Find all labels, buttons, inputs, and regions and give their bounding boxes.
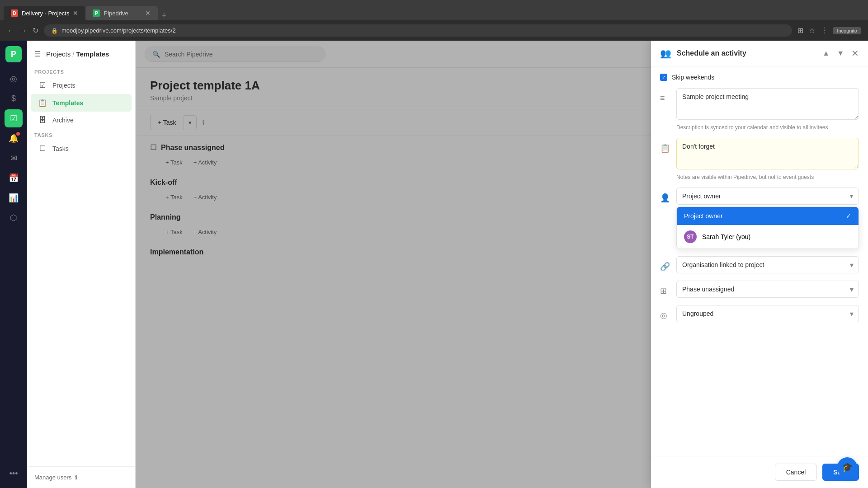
nav-integrations[interactable]: ⬡ [5, 209, 23, 227]
skip-weekends-checkbox[interactable]: ✓ [660, 74, 667, 81]
phase-chevron-icon: ▾ [850, 286, 853, 293]
owner-select[interactable]: Project owner ▾ [676, 188, 859, 205]
breadcrumb-root[interactable]: Projects [46, 50, 71, 58]
nav-more[interactable]: ••• [5, 465, 23, 483]
nav-messages[interactable]: ✉ [5, 149, 23, 167]
sidebar-item-templates[interactable]: 📋 Templates [31, 94, 132, 112]
panel-collapse-up[interactable]: ▲ [822, 49, 830, 57]
owner-dropdown-menu: Project owner ✓ ST Sarah Tyler (you) [676, 206, 859, 249]
description-field-content: Sample project meeting Description is sy… [676, 88, 859, 131]
group-select[interactable]: Ungrouped ▾ [676, 305, 859, 322]
sidebar-item-projects[interactable]: ☑ Projects [31, 76, 132, 94]
phase-select-label: Phase unassigned [682, 286, 734, 293]
owner-field-content: Project owner ▾ Project owner ✓ ST Sar [676, 188, 859, 249]
app-logo[interactable]: P [5, 46, 22, 62]
sidebar-item-tasks-label: Tasks [52, 145, 69, 152]
side-panel: 👥 Schedule an activity ▲ ▼ ✕ ✓ Skip week… [651, 41, 868, 488]
manage-users-label: Manage users [34, 474, 71, 481]
sidebar-footer: Manage users ℹ [27, 466, 135, 488]
main-content: 🔍 + ↗ ? 🔔 7 JT Project template 1A Sampl… [136, 41, 868, 488]
tab-label-pipedrive: Pipedrive [104, 10, 128, 17]
group-field-group: ◎ Ungrouped ▾ [660, 305, 859, 322]
panel-title: Schedule an activity [677, 49, 817, 57]
tab-delivery-projects[interactable]: D Delivery - Projects ✕ [4, 6, 85, 20]
breadcrumb-separator: / [72, 50, 74, 58]
org-select[interactable]: Organisation linked to project ▾ [676, 256, 859, 273]
archive-icon: 🗄 [38, 116, 47, 124]
incognito-badge: Incognito [833, 27, 861, 34]
dropdown-check-icon: ✓ [846, 212, 851, 220]
panel-collapse-down[interactable]: ▼ [837, 49, 844, 57]
org-field-content: Organisation linked to project ▾ [676, 256, 859, 273]
sidebar-item-tasks[interactable]: ☐ Tasks [31, 140, 132, 157]
tab-pipedrive[interactable]: P Pipedrive ✕ [85, 6, 158, 20]
cancel-button[interactable]: Cancel [775, 464, 817, 481]
nav-reports[interactable]: 📊 [5, 189, 23, 207]
refresh-button[interactable]: ↻ [33, 26, 38, 35]
nav-deals[interactable]: $ [5, 89, 23, 108]
phase-field-content: Phase unassigned ▾ [676, 281, 859, 298]
panel-header: 👥 Schedule an activity ▲ ▼ ✕ [651, 41, 868, 66]
skip-weekends-label: Skip weekends [672, 74, 714, 81]
manage-users-info-icon: ℹ [75, 474, 77, 481]
url-text: moodjoy.pipedrive.com/projects/templates… [61, 27, 176, 34]
nav-notifications[interactable]: 🔔 7 [5, 129, 23, 147]
settings-icon[interactable]: ⋮ [821, 26, 828, 35]
templates-icon: 📋 [38, 99, 47, 107]
phase-field-group: ⊞ Phase unassigned ▾ [660, 281, 859, 298]
section-projects-label: PROJECTS [27, 66, 135, 76]
notes-field-group: 📋 Don't forget Notes are visible within … [660, 138, 859, 180]
sidebar-item-projects-label: Projects [52, 82, 75, 89]
url-bar[interactable]: 🔒 moodjoy.pipedrive.com/projects/templat… [44, 24, 792, 37]
tab-favicon-pipedrive: P [93, 9, 100, 17]
group-select-label: Ungrouped [682, 310, 713, 317]
panel-close-button[interactable]: ✕ [851, 48, 859, 59]
org-field-group: 🔗 Organisation linked to project ▾ [660, 256, 859, 273]
dropdown-item-sarah-label: Sarah Tyler (you) [702, 233, 750, 240]
notes-textarea[interactable]: Don't forget [676, 138, 859, 169]
tab-favicon-delivery: D [11, 9, 18, 17]
extensions-icon[interactable]: ⊞ [797, 26, 803, 35]
breadcrumb: Projects / Templates [46, 50, 109, 58]
nav-projects[interactable]: ☑ [5, 109, 23, 127]
phase-select-icon: ⊞ [660, 286, 671, 296]
notification-badge: 7 [16, 132, 20, 136]
notes-field-content: Don't forget Notes are visible within Pi… [676, 138, 859, 180]
owner-field-group: 👤 Project owner ▾ Project owner ✓ [660, 188, 859, 249]
tab-close-delivery[interactable]: ✕ [73, 9, 78, 17]
group-field-content: Ungrouped ▾ [676, 305, 859, 322]
description-field-group: ≡ Sample project meeting Description is … [660, 88, 859, 131]
sidebar: ☰ Projects / Templates PROJECTS ☑ Projec… [27, 41, 136, 488]
tab-label-delivery: Delivery - Projects [22, 10, 69, 17]
description-hint: Description is synced to your calendar a… [676, 124, 859, 131]
group-icon: ◎ [660, 310, 671, 320]
description-icon: ≡ [660, 94, 671, 103]
notes-icon: 📋 [660, 143, 671, 153]
left-nav: P ◎ $ ☑ 🔔 7 ✉ 📅 📊 ⬡ ••• [0, 41, 27, 488]
owner-select-label: Project owner [682, 192, 721, 200]
description-textarea[interactable]: Sample project meeting [676, 88, 859, 120]
group-chevron-icon: ▾ [850, 310, 853, 317]
dropdown-item-project-owner[interactable]: Project owner ✓ [677, 207, 859, 225]
phase-select[interactable]: Phase unassigned ▾ [676, 281, 859, 298]
lock-icon: 🔒 [51, 28, 58, 34]
sidebar-item-archive-label: Archive [52, 117, 74, 124]
org-chevron-icon: ▾ [850, 261, 853, 268]
browser-toolbar: ⊞ ☆ ⋮ Incognito [797, 26, 861, 35]
sidebar-item-archive[interactable]: 🗄 Archive [31, 112, 132, 129]
bookmark-icon[interactable]: ☆ [809, 26, 815, 35]
help-fab-button[interactable]: 🎓 [837, 457, 857, 477]
projects-icon: ☑ [38, 81, 47, 89]
org-link-icon: 🔗 [660, 262, 671, 272]
sidebar-toggle[interactable]: ☰ [34, 50, 41, 58]
manage-users-link[interactable]: Manage users ℹ [34, 474, 128, 481]
dropdown-item-sarah-tyler[interactable]: ST Sarah Tyler (you) [677, 225, 859, 249]
back-button[interactable]: ← [7, 27, 14, 35]
forward-button[interactable]: → [20, 27, 27, 35]
nav-home[interactable]: ◎ [5, 70, 23, 88]
new-tab-button[interactable]: + [161, 11, 166, 20]
sidebar-item-templates-label: Templates [52, 99, 83, 107]
nav-calendar[interactable]: 📅 [5, 169, 23, 187]
tab-close-pipedrive[interactable]: ✕ [145, 9, 151, 17]
owner-chevron-icon: ▾ [850, 192, 853, 200]
